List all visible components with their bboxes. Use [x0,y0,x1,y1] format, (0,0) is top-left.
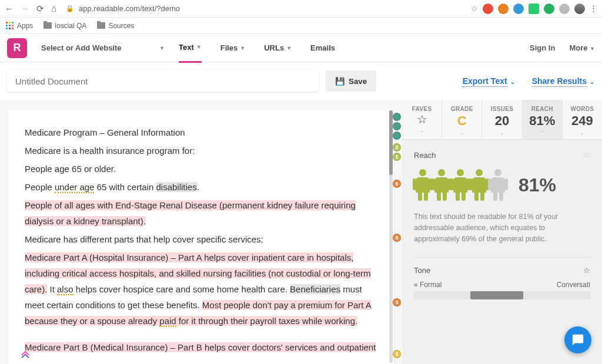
metric-reach[interactable]: REACH 81% ⌃ [523,100,563,139]
ext-icon-1[interactable] [483,4,493,14]
chat-icon [571,333,584,346]
chat-fab[interactable] [564,326,591,353]
metric-words[interactable]: WORDS 249 ⌄ [563,100,602,139]
chevron-down-icon: ▼ [286,45,292,51]
editor-column: Medicare Program – General Information M… [0,100,402,364]
metric-issues[interactable]: ISSUES 20 ⌄ [482,100,522,139]
bookmark-star-icon[interactable]: ☆ [471,4,478,13]
person-icon [433,169,450,201]
ext-icon-4[interactable] [529,4,539,14]
save-icon: 💾 [335,77,345,86]
document-title-input[interactable] [7,70,319,92]
editor-line: Medicare is a health insurance program f… [25,143,377,159]
ext-icon-6[interactable] [559,4,570,14]
tab-files[interactable]: Files▼ [220,33,246,63]
url-text: app.readable.com/text/?demo [79,4,180,13]
metrics-sidebar: FAVES ☆ ⌄ GRADE C ⌄ ISSUES 20 ⌄ REACH 81… [402,100,602,364]
apps-shortcut[interactable]: Apps [6,22,33,30]
back-icon[interactable]: ← [5,4,14,14]
favorite-star-icon[interactable]: ☆ [583,150,590,160]
sign-in-link[interactable]: Sign In [530,43,555,52]
tab-urls[interactable]: URLs▼ [264,33,292,63]
metric-grade[interactable]: GRADE C ⌄ [442,100,482,139]
ext-icon-2[interactable] [498,4,509,14]
text-editor[interactable]: Medicare Program – General Information M… [8,110,394,364]
app-logo[interactable]: R [7,38,27,58]
chevron-down-icon: ⌄ [589,77,595,86]
main-area: Medicare Program – General Information M… [0,100,602,364]
issue-marker[interactable]: 2 [393,143,401,151]
issue-marker[interactable]: 3 [393,350,401,358]
editor-line: Medicare Part A (Hospital Insurance) – P… [25,250,377,329]
editor-line: Medicare Part B (Medical Insurance) – Pa… [25,339,377,355]
editor-line: People of all ages with End-Stage Renal … [25,197,377,229]
chevron-down-icon: ▼ [590,46,595,52]
share-results-dropdown[interactable]: Share Results⌄ [532,76,595,86]
editor-line: Medicare Program – General Information [25,124,377,140]
issue-marker[interactable]: 1 [393,153,401,161]
chevron-down-icon: ⌄ [482,130,521,136]
chevron-down-icon: ⌄ [402,127,442,133]
person-icon [489,169,507,201]
ext-icon-3[interactable] [513,4,524,14]
panel-title: Reach [414,151,436,160]
tab-text[interactable]: Text▼ [179,33,202,63]
export-text-dropdown[interactable]: Export Text⌄ [463,76,516,86]
browser-toolbar: ← → ⟳ ⌂ 🔒 app.readable.com/text/?demo ☆ … [0,0,602,18]
chevron-down-icon: ⌄ [510,77,516,86]
chevron-up-icon: ⌃ [523,130,562,136]
bookmark-folder-2[interactable]: Sources [97,22,134,30]
tab-emails[interactable]: Emails [310,33,335,63]
issue-marker[interactable]: 8 [393,234,401,242]
issue-marker[interactable]: 6 [393,180,401,188]
metric-faves[interactable]: FAVES ☆ ⌄ [402,100,442,139]
star-icon: ☆ [402,112,442,126]
tone-bar [414,291,590,299]
clickup-icon[interactable] [20,350,31,360]
folder-icon [44,22,52,29]
issue-marker[interactable] [393,132,401,140]
website-select[interactable]: Select or Add Website ▼ [41,43,165,52]
panel-title: Tone [414,266,430,275]
person-icon [452,169,469,201]
reach-people-icons [414,169,507,201]
folder-icon [97,22,105,29]
lock-icon: 🔒 [66,5,74,12]
person-icon [470,169,488,201]
forward-icon[interactable]: → [21,4,29,14]
issue-marker[interactable]: 3 [393,298,401,306]
chevron-down-icon: ⌄ [563,130,602,136]
reach-panel: Reach ☆ 81% This text should be readable… [402,140,602,310]
issue-marker[interactable] [393,113,401,121]
bookmarks-bar: Apps ioscial QA Sources [0,18,602,34]
favorite-star-icon[interactable]: ☆ [583,266,590,275]
metrics-row: FAVES ☆ ⌄ GRADE C ⌄ ISSUES 20 ⌄ REACH 81… [402,100,602,140]
ext-icon-5[interactable] [544,4,554,14]
browser-menu-icon[interactable]: ⋮ [590,4,597,13]
editor-line: People under age 65 with certain disabil… [25,179,377,195]
bookmark-folder-1[interactable]: ioscial QA [44,22,86,30]
reload-icon[interactable]: ⟳ [36,4,44,14]
reach-description: This text should be readable for 81% of … [414,211,590,244]
editor-line: Medicare has different parts that help c… [25,231,377,247]
apps-grid-icon [6,22,14,30]
profile-avatar[interactable] [574,4,585,14]
save-button[interactable]: 💾 Save [326,70,376,92]
home-icon[interactable]: ⌂ [51,4,56,14]
chevron-down-icon: ▼ [196,44,202,50]
person-icon [414,169,432,201]
issue-markers: 2 1 6 8 3 3 [386,110,401,364]
chevron-down-icon: ⌄ [442,130,481,136]
app-header: R Select or Add Website ▼ Text▼ Files▼ U… [0,34,602,62]
reach-percentage: 81% [519,174,556,196]
more-menu[interactable]: More ▼ [569,43,595,52]
chevron-down-icon: ▼ [159,45,165,51]
address-bar[interactable]: 🔒 app.readable.com/text/?demo [62,4,465,13]
issue-marker[interactable] [393,122,401,130]
document-toolbar: 💾 Save Export Text⌄ Share Results⌄ [0,62,602,100]
tone-scale-labels: « Formal Conversati [414,281,590,289]
chevron-down-icon: ▼ [240,45,245,51]
editor-line: People age 65 or older. [25,161,377,177]
